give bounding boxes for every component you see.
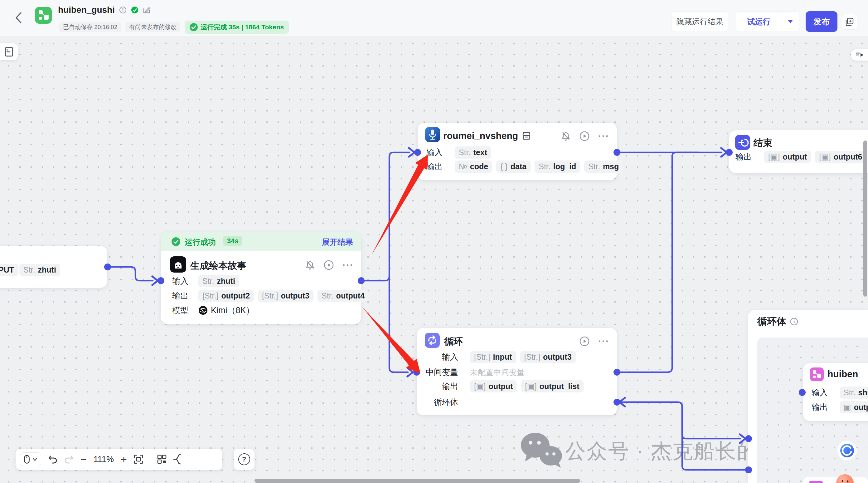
variable-tag[interactable]: Str.text [455,146,491,159]
bell-off-icon[interactable] [561,131,571,141]
hide-results-button[interactable]: 隐藏运行结果 [671,11,728,32]
node-title: 循环 [444,335,463,348]
test-run-dropdown[interactable] [782,20,799,23]
variable-tag[interactable]: Str.zhuti [19,264,60,276]
variable-tag[interactable]: Str.shuru [840,387,868,399]
variable-tag[interactable]: Str.msg [584,161,623,173]
run-status-text: 运行成功 [185,237,216,247]
bell-off-icon[interactable] [305,260,315,270]
autosave-status: 已自动保存 20:16:02 [59,22,121,32]
more-actions-icon[interactable]: ··· [342,260,354,270]
expand-result-link[interactable]: 展开结果 [322,237,353,247]
huiben-node-icon [810,368,824,381]
variable-tag[interactable]: [Str.]output3 [258,290,313,302]
zoom-level: 111% [94,455,114,464]
resource-panel-toggle[interactable] [0,44,18,60]
info-icon [790,317,798,325]
output-label: 输出 [426,161,455,172]
fit-view-icon[interactable] [134,455,143,464]
mouse-icon [24,455,30,464]
run-result-list-toggle[interactable] [851,49,868,61]
verified-badge-icon [131,6,138,14]
copy-plus-icon [845,18,854,26]
success-check-icon [172,237,180,246]
unpublished-status: 有尚未发布的修改 [125,22,180,32]
undo-icon[interactable] [48,455,57,464]
story-llm-node[interactable]: 运行成功 34s 展开结果 生成绘本故事 ··· 输入 Str.zhuti 输出… [161,232,361,324]
redo-icon[interactable] [64,455,73,464]
panel-icon [5,47,13,57]
horizontal-scrollbar[interactable] [254,479,580,483]
character-avatar [836,473,855,483]
end-node-icon [735,135,750,150]
run-node-icon[interactable] [579,131,590,141]
minimap-toggle-icon[interactable] [174,454,182,464]
model-name: Kimi（8K） [211,305,254,316]
end-node[interactable]: 结束 输出 [▣]output [▣]output6 Str.outp [729,130,868,173]
variable-tag[interactable]: [▣]output [470,380,517,393]
output-label: 输出 [172,290,198,301]
variable-tag[interactable]: [Str.]output2 [198,290,254,302]
duplicate-window-button[interactable] [842,14,858,30]
pointer-mode-selector[interactable] [20,452,41,466]
huiben-subworkflow-node[interactable]: huiben 输入 Str.shuru 输出 ▣outpu [803,363,868,421]
variable-tag[interactable]: [▣]output6 [815,151,866,163]
chevron-down-icon [33,458,37,461]
partial-node-card[interactable] [803,477,868,483]
help-button[interactable]: ? [234,449,254,470]
variable-tag[interactable]: Str.zhuti [198,275,239,287]
variable-tag[interactable]: Str.log_id [535,161,580,173]
workflow-app-icon [35,7,52,24]
variable-tag[interactable]: №code [455,161,492,173]
toolbar-divider [150,454,151,465]
partial-node-icon [809,481,823,483]
run-node-icon[interactable] [323,260,334,271]
node-title: huiben [828,369,858,379]
back-button[interactable] [15,12,22,24]
node-title: 生成绘本故事 [190,259,246,272]
kimi-model-icon [198,306,208,315]
list-play-icon [856,52,864,58]
canvas-toolbar: − 111% + [16,449,222,470]
auto-layout-icon[interactable] [157,455,166,464]
variable-tag[interactable]: { }data [496,161,530,173]
variable-tag[interactable]: [▣]output [764,151,811,163]
run-complete-badge[interactable]: 运行完成 35s | 1864 Tokens [185,21,289,34]
edit-icon[interactable] [143,6,150,14]
loop-node-icon [425,333,440,348]
start-node[interactable]: PUT Str.zhuti [0,246,107,288]
run-node-icon[interactable] [579,336,590,346]
input-label: 输入 [811,387,835,398]
help-icon: ? [238,453,250,465]
more-actions-icon[interactable]: ··· [598,337,610,346]
run-success-header: 运行成功 34s 展开结果 [161,232,361,251]
variable-tag[interactable]: [▣]output_list [521,380,583,393]
mid-variable-label: 中间变量 [422,367,458,378]
zoom-out-button[interactable]: − [81,454,87,464]
wechat-icon [520,431,564,469]
variable-tag[interactable]: ▣outpu [840,401,868,414]
variable-tag[interactable]: Str.output4 [317,290,369,302]
variable-tag[interactable]: [Str.]output3 [520,351,576,363]
test-run-split-button[interactable]: 试运行 [736,11,799,32]
output-label: 输出 [422,381,458,392]
tts-plugin-node[interactable]: roumei_nvsheng ··· 输入 Str.text 输出 №code … [417,123,617,180]
test-run-label[interactable]: 试运行 [736,17,782,27]
workflow-canvas[interactable] [0,36,868,483]
node-title: roumei_nvsheng [443,131,518,141]
info-icon[interactable] [119,6,127,14]
llm-node-icon [170,256,186,273]
node-actions: ··· [579,336,610,346]
mid-variable-placeholder: 未配置中间变量 [470,367,525,377]
loop-node[interactable]: 循环 ··· 输入 [Str.]input [Str.]output3 中间变量… [417,328,617,415]
variable-tag[interactable]: [Str.]input [470,351,516,363]
zoom-in-button[interactable]: + [121,454,127,464]
success-check-icon [190,23,198,31]
app-header: huiben_gushi 已自动保存 20:16:02 有尚未发布的修改 运行完… [0,0,868,36]
variable-tag[interactable]: PUT [0,264,18,276]
vertical-scrollbar[interactable] [863,141,867,296]
more-actions-icon[interactable]: ··· [598,132,610,141]
node-title: 结束 [753,137,772,149]
publish-button[interactable]: 发布 [806,11,837,32]
input-label: 输入 [422,351,458,363]
